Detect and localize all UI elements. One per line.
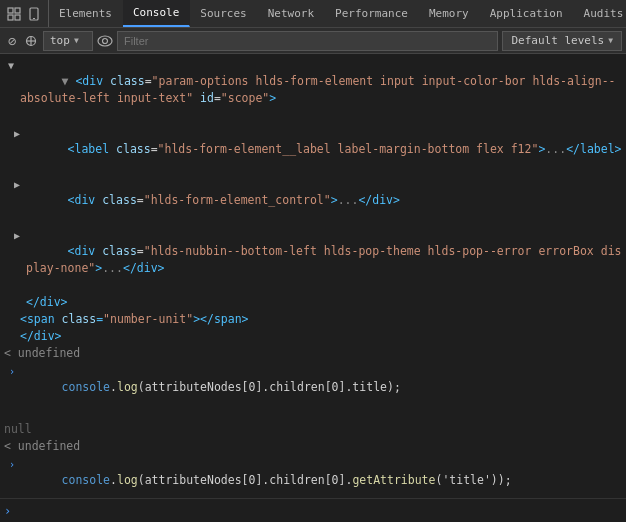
console-line: ▼ <div class="param-options hlds-form-el… <box>0 56 626 124</box>
console-line: </div> <box>0 294 626 311</box>
mobile-icon[interactable] <box>26 6 42 22</box>
filter-input[interactable] <box>117 31 498 51</box>
line-arrow[interactable] <box>10 226 26 244</box>
tab-network[interactable]: Network <box>258 0 325 27</box>
console-line: <div class="hlds-form-element_control">.… <box>0 175 626 226</box>
clear-icon[interactable]: ⊘ <box>4 33 20 49</box>
result-null: null <box>0 421 626 438</box>
console-input-line: › console.log(attributeNodes[0].children… <box>0 455 626 498</box>
tab-sources[interactable]: Sources <box>190 0 257 27</box>
chevron-down-icon: ▼ <box>74 36 79 45</box>
undefined-result: < undefined <box>0 345 626 362</box>
console-output: ▼ <div class="param-options hlds-form-el… <box>0 54 626 498</box>
undefined-result2: < undefined <box>0 438 626 455</box>
console-prompt-input[interactable] <box>15 504 622 518</box>
console-line: </div> <box>0 328 626 345</box>
line-arrow[interactable] <box>4 56 20 74</box>
prompt-icon: › <box>4 504 11 518</box>
tab-elements[interactable]: Elements <box>49 0 123 27</box>
tab-console[interactable]: Console <box>123 0 190 27</box>
console-input: › <box>0 498 626 522</box>
svg-rect-3 <box>15 15 20 20</box>
inspect-icon[interactable] <box>6 6 22 22</box>
svg-point-10 <box>103 38 108 43</box>
console-input-line: › console.log(attributeNodes[0].children… <box>0 362 626 413</box>
empty-result <box>0 413 626 421</box>
line-arrow[interactable] <box>10 124 26 142</box>
log-levels-selector[interactable]: Default levels ▼ <box>502 31 622 51</box>
levels-chevron-icon: ▼ <box>608 36 613 45</box>
console-controls: ⊘ <box>4 33 39 49</box>
console-toolbar: ⊘ top ▼ Default levels ▼ <box>0 28 626 54</box>
svg-rect-0 <box>8 8 13 13</box>
line-arrow[interactable] <box>10 175 26 193</box>
input-arrow: › <box>4 362 20 380</box>
svg-rect-1 <box>15 8 20 13</box>
context-selector[interactable]: top ▼ <box>43 31 93 51</box>
eye-icon[interactable] <box>97 33 113 49</box>
tab-audits[interactable]: Audits <box>574 0 626 27</box>
console-line: <span class="number-unit"></span> <box>0 311 626 328</box>
tab-bar: Elements Console Sources Network Perform… <box>0 0 626 28</box>
filter-icon[interactable] <box>23 33 39 49</box>
devtools-icons <box>0 0 49 27</box>
main-tabs: Elements Console Sources Network Perform… <box>49 0 626 27</box>
console-line: <label class="hlds-form-element__label l… <box>0 124 626 175</box>
console-line: <div class="hlds-nubbin--bottom-left hld… <box>0 226 626 294</box>
tab-application[interactable]: Application <box>480 0 574 27</box>
svg-point-9 <box>98 36 112 46</box>
tab-memory[interactable]: Memory <box>419 0 480 27</box>
tab-performance[interactable]: Performance <box>325 0 419 27</box>
input-arrow: › <box>4 455 20 473</box>
svg-rect-2 <box>8 15 13 20</box>
